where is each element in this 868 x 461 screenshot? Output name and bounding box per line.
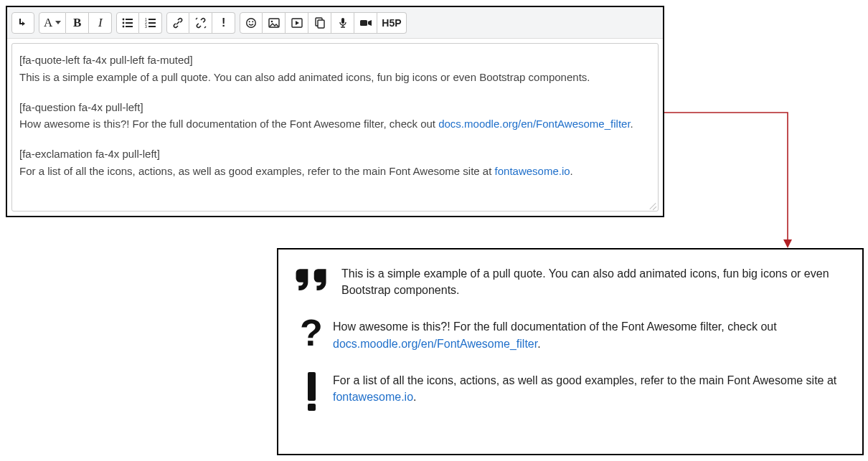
microphone-icon xyxy=(338,17,348,29)
bulleted-list-icon xyxy=(122,18,133,28)
editor-content-area[interactable]: [fa-quote-left fa-4x pull-left fa-muted]… xyxy=(11,43,659,212)
blank-line xyxy=(19,133,651,146)
svg-point-2 xyxy=(123,22,125,24)
chevron-down-icon xyxy=(55,21,61,24)
link-icon xyxy=(172,17,184,29)
font-style-letter: A xyxy=(44,16,52,30)
insert-media-button[interactable] xyxy=(286,12,308,34)
toggle-toolbar-icon xyxy=(18,17,28,29)
video-icon xyxy=(359,18,372,28)
h5p-label: H5P xyxy=(382,17,401,29)
arrow-connector xyxy=(664,110,808,254)
insert-image-button[interactable] xyxy=(263,12,286,34)
smile-icon xyxy=(245,17,257,29)
editor-text: . xyxy=(631,118,633,130)
editor-link-fontawesome[interactable]: fontawesome.io xyxy=(495,165,570,177)
output-text-span: For a list of all the icons, actions, as… xyxy=(333,374,836,386)
editor-text: . xyxy=(570,165,573,177)
output-row: For a list of all the icons, actions, as… xyxy=(290,371,852,411)
editor-line: How awesome is this?! For the full docum… xyxy=(19,116,651,132)
files-icon xyxy=(313,17,326,29)
emoji-button[interactable] xyxy=(240,12,263,34)
svg-rect-9 xyxy=(148,22,156,24)
editor-toolbar: A B I 1 2 3 xyxy=(7,7,663,39)
editor-link-docs[interactable]: docs.moodle.org/en/FontAwesome_filter xyxy=(438,118,630,130)
numbered-list-icon: 1 2 3 xyxy=(145,18,156,28)
manage-files-button[interactable] xyxy=(308,12,331,34)
image-icon xyxy=(268,18,280,28)
output-text-span: . xyxy=(413,391,416,403)
record-audio-button[interactable] xyxy=(331,12,354,34)
output-text-span: . xyxy=(537,338,540,350)
unlink-button[interactable] xyxy=(189,12,212,34)
svg-line-13 xyxy=(204,27,206,28)
numbered-list-button[interactable]: 1 2 3 xyxy=(139,12,162,34)
svg-rect-7 xyxy=(148,19,156,20)
exclamation-icon xyxy=(290,371,333,411)
output-text: How awesome is this?! For the full docum… xyxy=(333,317,852,351)
svg-point-18 xyxy=(270,20,273,22)
text-editor-panel: A B I 1 2 3 xyxy=(6,6,664,217)
editor-text: For a list of all the icons, actions, as… xyxy=(19,165,495,177)
editor-line: For a list of all the icons, actions, as… xyxy=(19,163,651,179)
question-icon: ? xyxy=(290,317,333,348)
svg-point-16 xyxy=(253,21,254,22)
output-text: For a list of all the icons, actions, as… xyxy=(333,371,852,405)
italic-button[interactable]: I xyxy=(89,12,112,34)
bulleted-list-button[interactable] xyxy=(116,12,139,34)
output-text: This is a simple example of a pull quote… xyxy=(333,264,852,298)
svg-point-15 xyxy=(249,21,250,22)
svg-rect-1 xyxy=(126,19,133,20)
toggle-toolbar-button[interactable] xyxy=(11,12,34,34)
svg-rect-5 xyxy=(126,26,133,27)
quote-left-icon xyxy=(290,264,333,298)
accessibility-checker-button[interactable]: ! xyxy=(212,12,235,34)
svg-point-14 xyxy=(247,18,256,27)
output-row: ? How awesome is this?! For the full doc… xyxy=(290,317,852,351)
media-icon xyxy=(291,18,303,28)
svg-rect-11 xyxy=(148,26,156,27)
blank-line xyxy=(19,87,651,100)
svg-rect-25 xyxy=(360,20,367,26)
rendered-output-panel: This is a simple example of a pull quote… xyxy=(277,248,864,455)
bold-button[interactable]: B xyxy=(66,12,89,34)
svg-text:3: 3 xyxy=(145,24,147,28)
resize-handle[interactable] xyxy=(648,201,656,209)
svg-point-4 xyxy=(123,25,125,27)
output-link-fontawesome[interactable]: fontawesome.io xyxy=(333,391,413,403)
unlink-icon xyxy=(194,17,207,29)
editor-text: How awesome is this?! For the full docum… xyxy=(19,118,438,130)
output-text-span: How awesome is this?! For the full docum… xyxy=(333,320,777,333)
link-button[interactable] xyxy=(166,12,189,34)
editor-line: [fa-quote-left fa-4x pull-left fa-muted] xyxy=(19,52,651,68)
editor-line: [fa-question fa-4x pull-left] xyxy=(19,100,651,115)
svg-line-12 xyxy=(196,18,197,19)
font-style-button[interactable]: A xyxy=(39,12,66,34)
figure-stage: A B I 1 2 3 xyxy=(6,6,862,455)
h5p-button[interactable]: H5P xyxy=(377,12,406,34)
svg-rect-21 xyxy=(318,20,324,28)
svg-rect-22 xyxy=(341,18,344,24)
editor-line: This is a simple example of a pull quote… xyxy=(19,70,651,85)
output-link-docs[interactable]: docs.moodle.org/en/FontAwesome_filter xyxy=(333,338,537,350)
svg-rect-3 xyxy=(126,22,133,24)
record-video-button[interactable] xyxy=(354,12,377,34)
exclamation-icon: ! xyxy=(222,16,225,29)
output-row: This is a simple example of a pull quote… xyxy=(290,264,852,298)
editor-line: [fa-exclamation fa-4x pull-left] xyxy=(19,146,651,162)
svg-point-0 xyxy=(123,18,125,20)
